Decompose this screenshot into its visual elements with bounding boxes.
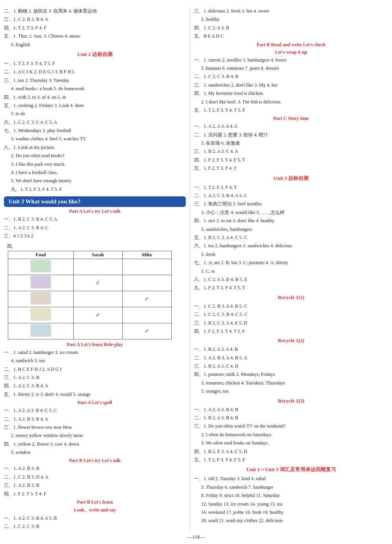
line: 五、1. B 2. C 3. A 4. C 5. C (194, 234, 388, 241)
part-b-lines: 一、1. A 2. B 3. B 二、1. C 2. B 3. D 4. A 三… (4, 464, 186, 498)
line: 三、1. C 2. B 3. B 4. A (4, 15, 186, 23)
line: 九、1. F 2. T 3. F 4. T 5. T (194, 284, 388, 292)
line: 二、1. B C E F H J 2. A D G I (4, 365, 186, 373)
line: 5. oranges; tea (194, 387, 388, 395)
table-row: ✓ (8, 291, 172, 307)
part-a2-title: Part A Let's learn Role-play (4, 342, 186, 348)
line: 4. read books / a book 5. do homework (4, 85, 186, 92)
line: 一、1. T 2. F 3. T 4. T 5. F (4, 60, 186, 67)
recycle1-3-title: Recycle 1(3) (194, 398, 388, 404)
food-item-4 (8, 307, 74, 323)
line: 七、1. A; are 2. B; but 3. C; potatoes 4. … (194, 259, 388, 267)
line: 二、1. A C I K 2. D E G J 3. B F H L (4, 68, 186, 76)
recycle1-1-title: Recycle 1(1) (194, 294, 388, 301)
line: 一、1. A 2. A 3. A 4. C (194, 122, 388, 130)
line: 一、1. C 2. B 3. A 4. B 5. C (194, 302, 388, 310)
line: 三、1. 鱼肉三明治 2. beef noodles (194, 200, 388, 208)
line: 二、1. A 2. C 3. B 4. A 5. C (194, 192, 388, 199)
line: 三、1. B 2. C 3. A 4. E 5. D (194, 319, 388, 327)
line: 四、1. F 2. F 3. T 4. F 5. T (194, 156, 388, 164)
mike-check-3: ✓ (122, 291, 171, 307)
part-c-lines: 一、1. A 2. A 3. A 4. C 二、1. 没问题 2. 想要 3. … (194, 122, 388, 172)
line: 二、1. B 2. A 3. B 4. B (194, 414, 388, 422)
line: 3. I like this park very much. (4, 160, 186, 168)
sarah-check-2: ✓ (73, 275, 122, 291)
line: 三、4 1 5 3 6 2 (4, 232, 186, 240)
line: 一、1. B 2. A 3. A 4. B (194, 345, 388, 353)
recycle1-2-lines: 一、1. B 2. A 3. A 4. B 二、1. A 2. B 3. A 4… (194, 345, 388, 395)
line: 3. washes clothes 4. beef 5. watches TV (4, 135, 186, 143)
part-b3-sub: Let's wrap it up (194, 49, 388, 55)
sarah-check-3 (73, 291, 122, 307)
line: 八、1. C 2. A 3. D 4. B 5. E (194, 276, 388, 283)
mike-check-5: ✓ (122, 323, 171, 339)
part-a3-title: Part A Let's spell (4, 400, 186, 406)
line: 一、1. old 2. Tuesday 3. kind 4. salad (194, 475, 388, 482)
line: 12. Sunday 13. ice cream 14. young 15. t… (194, 500, 388, 508)
line: 四、1. B 2. E 3. A 4. C 5. D (194, 448, 388, 455)
line: 8. Friday 9. strict 10. helpful 11. Satu… (194, 491, 388, 499)
line: 三、1. A 2. B 3. B (4, 481, 186, 489)
line: 六、1. tea 2. hamburgers 3. sandwiches 4. … (194, 242, 388, 250)
line: 五、1. thirsty 2. is 3. don't 4. would 5. … (4, 390, 186, 398)
sarah-check-5 (73, 323, 122, 339)
left-column: 二、1. 购物 2. 放回去 3. 在周末 4. 做体育运动 三、1. C 2.… (4, 7, 190, 532)
line: 2. snowy yellow window slowly snow (4, 432, 186, 439)
line: 二、1. 购物 2. 放回去 3. 在周末 4. 做体育运动 (4, 7, 186, 15)
line: 二、1. A 2. C 3. B 4. C (4, 224, 186, 232)
line: 2. I don't like beef. 3. The fish is del… (194, 98, 388, 106)
line: 三、1. Do you often watch TV on the weeken… (194, 422, 388, 430)
line: 五、1. Thur. 2. Sun. 3. Chinese 4. music (4, 32, 186, 40)
food-item-5 (8, 323, 74, 339)
si-label: 四、 (4, 242, 186, 250)
mike-check-2 (122, 275, 171, 291)
line: 二、1. C 2. C 3. B 4. C 5. C (194, 310, 388, 318)
table-row: ✓ (8, 323, 172, 339)
line: 二、1. 没问题 2. 想要 3. 给你 4. 橙汁 (194, 131, 388, 139)
line: 一、1. B 2. C 3. B 4. C 5. A (4, 215, 186, 223)
food-table: Food Sarah Mike (8, 251, 172, 339)
sarah-check-4: ✓ (73, 307, 122, 323)
table-row: ✓ (8, 307, 172, 323)
line: 3. tomatoes; chicken 4. Tuesdays; Thursd… (194, 379, 388, 387)
part-b-title: Part B Let's try Let's talk (4, 458, 186, 464)
line: 五、1. T 2. F 3. T 4. T 5. F (194, 106, 388, 114)
line: 三、1. B 2. A 3. C 4. A (194, 147, 388, 155)
unit3-title: Unit 3 达标自测 (194, 175, 388, 182)
sarah-check-1 (73, 259, 122, 275)
unit2-lines: 一、1. T 2. F 3. T 4. T 5. F 二、1. A C I K … (4, 60, 186, 193)
line: 一、1. A 2. C 3. B 4. A 5. B (4, 514, 186, 522)
line: 四、1. F 2. T 3. T 4. F (4, 490, 186, 498)
line: 三、1. A 2. C 3. B (4, 374, 186, 381)
line: 六、1. C 2. C 3. C 4. C 5. A (4, 118, 186, 126)
line: 九、1. T 2. F 3. F 4. T 5. F (4, 185, 186, 193)
part-a-lines: 一、1. B 2. C 3. B 4. C 5. A 二、1. A 2. C 3… (4, 215, 186, 240)
right-column: 三、1. delicious 2. fresh 3. hot 4. sweet … (190, 7, 388, 532)
line: 一、1. A 2. A 3. B 4. B (194, 406, 388, 413)
part-b3-title: Part B Read and write Let's check (194, 42, 388, 48)
line: 一、1. salad 2. hamburger 3. ice cream (4, 348, 186, 356)
table-row: ✓ (8, 275, 172, 291)
food-table-wrapper: 四、 Food Sarah Mike (4, 242, 186, 339)
line: 四、1. F 2. F 3. T 4. T 5. F (194, 327, 388, 335)
food-item-1 (8, 259, 74, 275)
line: 三、1. B 2. A 3. C 4. D (194, 362, 388, 370)
line: 三、1. delicious 2. fresh 3. hot 4. sweet (194, 7, 388, 15)
part-c-title: Part C Story time (194, 116, 388, 121)
part-b2-title: Part B Let's learn (4, 499, 186, 505)
table-header-sarah: Sarah (73, 251, 122, 259)
recycle1-3-lines: 一、1. A 2. A 3. B 4. B 二、1. B 2. A 3. B 4… (194, 406, 388, 464)
line: 2. I often do homework on Saturdays. (194, 431, 388, 439)
line: 五、1. T 2. F 3. T 4. F 5. F (194, 456, 388, 464)
line: 5. Thursday 6. sandwich 7. hamburger (194, 483, 388, 491)
line: 二、1. C 2. C 3. B (4, 522, 186, 530)
line: 四、1. C 2. A 3. B (194, 24, 388, 32)
line: 四、1. T 2. T 3. F 4. F (4, 24, 186, 32)
part-a-title: Part A Let's try Let's talk (4, 209, 186, 214)
line: 三、1. sandwiches 2. don't like 3. My 4. h… (194, 81, 388, 89)
line: 5. We don't have enough money. (4, 177, 186, 185)
page-number: —118— (0, 534, 392, 540)
line: 5. sandwiches, hamburgers (194, 225, 388, 233)
right-top-lines: 三、1. delicious 2. fresh 3. hot 4. sweet … (194, 7, 388, 40)
line: 四、1. rice 2. to eat 3. don't like 4. hea… (194, 217, 388, 225)
